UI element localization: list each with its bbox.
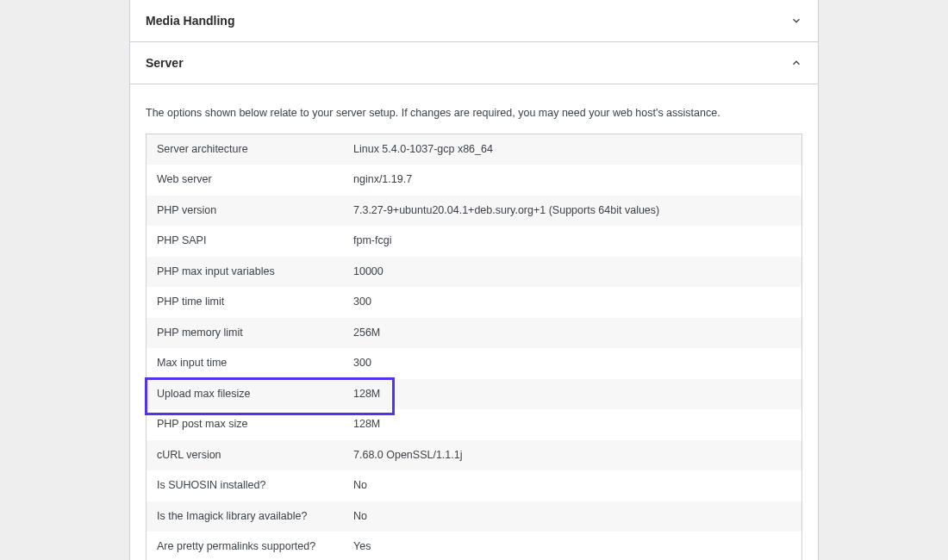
table-row: Server architectureLinux 5.4.0-1037-gcp … xyxy=(147,134,801,165)
row-label: Server architecture xyxy=(147,134,343,165)
row-label: PHP post max size xyxy=(147,409,343,440)
row-value: nginx/1.19.7 xyxy=(343,165,801,196)
row-value: 300 xyxy=(343,287,801,318)
row-value: 128M xyxy=(343,409,801,440)
row-label: PHP version xyxy=(147,196,343,227)
table-row: PHP max input variables10000 xyxy=(147,257,801,288)
table-row: PHP SAPIfpm-fcgi xyxy=(147,226,801,257)
table-row: Are pretty permalinks supported?Yes xyxy=(147,532,801,560)
row-value: Yes xyxy=(343,532,801,560)
row-value: 128M xyxy=(343,379,801,410)
table-row: PHP post max size128M xyxy=(147,409,801,440)
row-label: cURL version xyxy=(147,440,343,471)
row-value: No xyxy=(343,470,801,501)
row-value: fpm-fcgi xyxy=(343,226,801,257)
row-label: PHP max input variables xyxy=(147,257,343,288)
table-row: Max input time300 xyxy=(147,348,801,379)
server-info-table: Server architectureLinux 5.4.0-1037-gcp … xyxy=(146,134,802,560)
chevron-down-icon xyxy=(790,15,802,27)
row-label: PHP SAPI xyxy=(147,226,343,257)
server-title: Server xyxy=(146,56,184,70)
row-value: 7.68.0 OpenSSL/1.1.1j xyxy=(343,440,801,471)
media-handling-header[interactable]: Media Handling xyxy=(130,0,818,42)
table-row: Is the Imagick library available?No xyxy=(147,501,801,532)
server-section-body: The options shown below relate to your s… xyxy=(130,84,818,560)
table-row: cURL version7.68.0 OpenSSL/1.1.1j xyxy=(147,440,801,471)
row-value: 300 xyxy=(343,348,801,379)
row-value: 10000 xyxy=(343,257,801,288)
row-label: Is SUHOSIN installed? xyxy=(147,470,343,501)
site-health-panel: Media Handling Server The options shown … xyxy=(129,0,819,560)
row-label: Are pretty permalinks supported? xyxy=(147,532,343,560)
row-value: 256M xyxy=(343,318,801,349)
table-row: Is SUHOSIN installed?No xyxy=(147,470,801,501)
table-row: Upload max filesize128M xyxy=(147,379,801,410)
row-label: Upload max filesize xyxy=(147,379,343,410)
chevron-up-icon xyxy=(790,57,802,69)
row-value: Linux 5.4.0-1037-gcp x86_64 xyxy=(343,134,801,165)
row-value: No xyxy=(343,501,801,532)
media-handling-title: Media Handling xyxy=(146,14,234,28)
table-row: PHP memory limit256M xyxy=(147,318,801,349)
table-row: PHP version7.3.27-9+ubuntu20.04.1+deb.su… xyxy=(147,196,801,227)
row-label: Is the Imagick library available? xyxy=(147,501,343,532)
row-label: PHP memory limit xyxy=(147,318,343,349)
row-label: PHP time limit xyxy=(147,287,343,318)
table-row: PHP time limit300 xyxy=(147,287,801,318)
server-header[interactable]: Server xyxy=(130,42,818,84)
row-label: Web server xyxy=(147,165,343,196)
table-row: Web servernginx/1.19.7 xyxy=(147,165,801,196)
server-description: The options shown below relate to your s… xyxy=(146,105,802,121)
row-value: 7.3.27-9+ubuntu20.04.1+deb.sury.org+1 (S… xyxy=(343,196,801,227)
row-label: Max input time xyxy=(147,348,343,379)
